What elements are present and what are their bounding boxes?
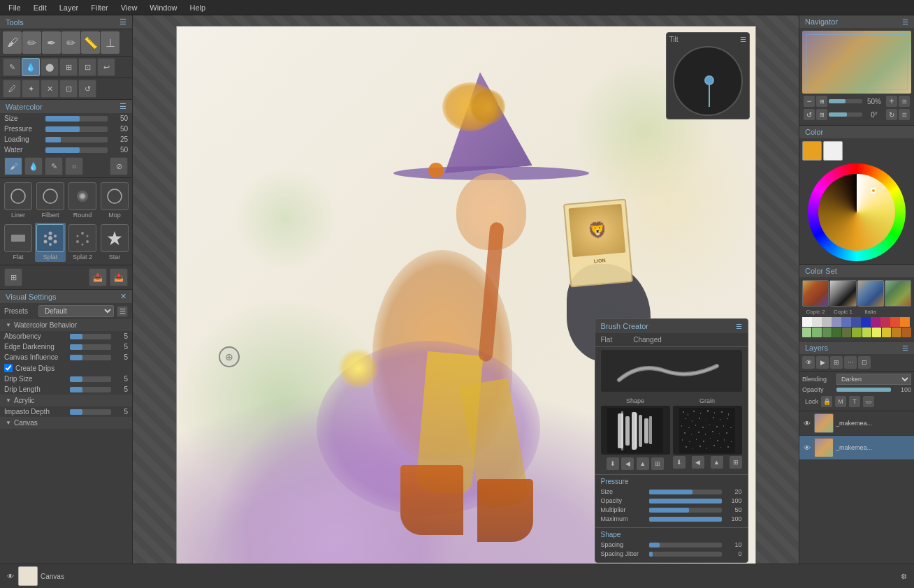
brush-mode-1[interactable]: 🖌 <box>4 157 22 175</box>
bc-grain-next[interactable]: ▲ <box>711 456 723 469</box>
brush-flat[interactable]: Flat <box>3 223 34 262</box>
cs-swatch[interactable] <box>872 328 881 337</box>
layer-tool-eye[interactable]: 👁 <box>802 356 815 369</box>
cs-extra-10[interactable] <box>890 317 900 327</box>
layer-tool-more[interactable]: ⋯ <box>844 356 857 369</box>
tool-brush6[interactable]: ⊥ <box>101 31 119 54</box>
color-set-tab-3[interactable]: Italia <box>857 309 884 315</box>
menu-window[interactable]: Window <box>144 2 182 13</box>
bc-grain-image[interactable] <box>673 406 742 455</box>
menu-layer[interactable]: Layer <box>54 2 85 13</box>
import-tool[interactable]: 📥 <box>89 268 107 286</box>
cs-swatch[interactable] <box>882 328 891 337</box>
tool-brush2[interactable]: ✏ <box>22 31 41 54</box>
bc-changed-label[interactable]: Changed <box>633 336 662 344</box>
brush-star[interactable]: Star <box>99 223 130 262</box>
cs-extra-6[interactable] <box>851 317 861 327</box>
navigator-zoom-slider[interactable] <box>829 99 862 103</box>
loading-slider[interactable] <box>45 137 108 142</box>
presets-menu[interactable]: ☰ <box>117 306 128 317</box>
menu-edit[interactable]: Edit <box>28 2 52 13</box>
color-wheel[interactable] <box>808 163 906 261</box>
cs-extra-7[interactable] <box>861 317 871 327</box>
tool-crop[interactable]: ⊡ <box>78 58 96 76</box>
drip-length-slider[interactable] <box>70 387 111 392</box>
brush-splat[interactable]: Splat <box>35 223 66 262</box>
brush-clear[interactable]: ⊘ <box>110 157 128 175</box>
cs-swatch[interactable] <box>862 328 871 337</box>
tool-brush1[interactable]: 🖌 <box>3 31 22 54</box>
blending-select[interactable]: Darken Normal Multiply Screen <box>836 374 911 385</box>
canvas-area[interactable]: 🦁 LION <box>133 15 799 588</box>
background-color-swatch[interactable] <box>823 141 843 161</box>
bc-maximum-slider[interactable] <box>649 517 722 522</box>
color-wheel-inner[interactable] <box>818 174 895 251</box>
layer-row-2[interactable]: 👁 _makemea... <box>799 436 914 460</box>
navigator-rotate-slider[interactable] <box>829 112 862 117</box>
acrylic-header[interactable]: ▼ Acrylic <box>0 395 132 406</box>
color-set-thumb-3[interactable] <box>857 280 884 307</box>
bc-shape-next[interactable]: ▲ <box>637 457 649 470</box>
watercolor-behavior-header[interactable]: ▼ Watercolor Behavior <box>0 319 132 331</box>
tool-transform[interactable]: ✕ <box>41 80 59 98</box>
rotate-reset-button[interactable]: ⊞ <box>816 109 827 120</box>
rotate-right-button[interactable]: ↻ <box>886 109 897 120</box>
cs-extra-4[interactable] <box>832 317 841 327</box>
rotate-left-button[interactable]: ↺ <box>804 109 815 120</box>
impasto-depth-slider[interactable] <box>70 409 111 415</box>
menu-help[interactable]: Help <box>184 2 211 13</box>
brush-mode-2[interactable]: 💧 <box>24 157 43 175</box>
brush-mop[interactable]: Mop <box>99 181 130 220</box>
layer-tool-play[interactable]: ▶ <box>816 356 829 369</box>
bc-shape-image[interactable] <box>601 406 670 455</box>
canvas-image[interactable]: 🦁 LION <box>176 26 756 578</box>
lock-btn-4[interactable]: ▭ <box>863 396 874 407</box>
cs-extra-9[interactable] <box>880 317 890 327</box>
tool-brush5[interactable]: 📏 <box>81 31 100 54</box>
lock-btn-1[interactable]: 🔒 <box>821 396 832 407</box>
tools-menu-icon[interactable]: ☰ <box>119 17 126 27</box>
color-set-thumb-4[interactable] <box>885 280 911 307</box>
color-picker-dot[interactable] <box>871 188 876 193</box>
foreground-color-swatch[interactable] <box>802 141 822 161</box>
tilt-circle[interactable] <box>673 46 743 116</box>
brush-mode-4[interactable]: ○ <box>65 157 83 175</box>
navigator-thumbnail[interactable] <box>802 31 911 94</box>
cs-extra-5[interactable] <box>841 317 851 327</box>
tool-undo[interactable]: ↩ <box>97 58 115 76</box>
brush-mode-3[interactable]: ✎ <box>45 157 63 175</box>
tool-brush3[interactable]: ✒ <box>42 31 61 54</box>
cs-swatch[interactable] <box>902 328 911 337</box>
presets-select[interactable]: Default <box>38 305 114 317</box>
menu-file[interactable]: File <box>3 2 27 13</box>
watercolor-menu-icon[interactable]: ☰ <box>119 102 126 111</box>
navigator-menu[interactable]: ☰ <box>902 18 908 26</box>
tool-smudge[interactable]: 🖊 <box>3 80 21 98</box>
create-drips-checkbox[interactable] <box>4 364 13 372</box>
lock-btn-2[interactable]: M <box>835 396 846 407</box>
layer-row-1[interactable]: 👁 _makemea... <box>799 411 914 436</box>
tool-watercolor[interactable]: 💧 <box>22 58 40 76</box>
brush-filbert[interactable]: Filbert <box>35 181 66 220</box>
color-set-thumb-1[interactable] <box>802 280 829 307</box>
zoom-out-button[interactable]: − <box>804 96 815 107</box>
rotate-mirror-button[interactable]: ⊡ <box>899 109 910 120</box>
export-tool[interactable]: 📤 <box>110 268 128 286</box>
brush-liner[interactable]: Liner <box>3 181 34 220</box>
bc-size-slider[interactable] <box>649 490 722 494</box>
bc-spacing-jitter-slider[interactable] <box>649 552 722 557</box>
bc-shape-import[interactable]: ⬇ <box>607 457 619 470</box>
bc-shape-more[interactable]: ⊞ <box>651 457 664 470</box>
size-slider[interactable] <box>45 116 108 122</box>
color-set-tab-4[interactable] <box>885 309 911 315</box>
bc-flat-label[interactable]: Flat <box>601 336 613 344</box>
tool-clone[interactable]: ✦ <box>22 80 40 98</box>
tool-brush4[interactable]: ✏ <box>61 31 80 54</box>
bc-shape-prev[interactable]: ◀ <box>621 457 634 470</box>
drip-size-slider[interactable] <box>70 376 111 382</box>
cs-swatch[interactable] <box>852 328 861 337</box>
cs-swatch[interactable] <box>822 328 832 337</box>
absorbency-slider[interactable] <box>70 334 111 339</box>
zoom-in-button[interactable]: + <box>886 96 897 107</box>
cs-swatch[interactable] <box>802 328 811 337</box>
